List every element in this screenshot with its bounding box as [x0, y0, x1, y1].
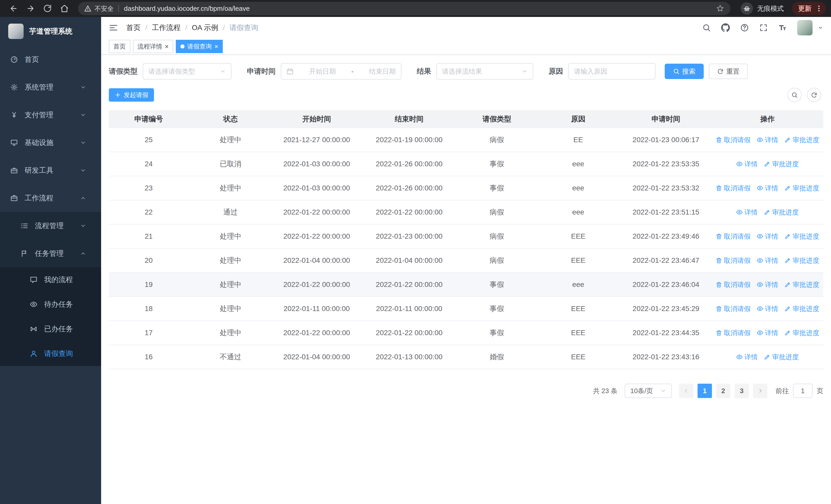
progress-link[interactable]: 审批进度 — [764, 159, 799, 169]
progress-link[interactable]: 审批进度 — [784, 328, 819, 337]
row-actions: 取消请假详情审批进度 — [712, 232, 823, 241]
page-number-3[interactable]: 3 — [735, 384, 749, 398]
detail-link[interactable]: 详情 — [756, 136, 778, 145]
detail-link[interactable]: 详情 — [756, 280, 778, 289]
progress-link[interactable]: 审批进度 — [784, 232, 819, 241]
tab-leave-query[interactable]: 请假查询× — [176, 40, 223, 53]
detail-link[interactable]: 详情 — [736, 208, 757, 217]
sidebar-toggle-icon[interactable] — [109, 23, 118, 32]
app-logo[interactable]: 芋道管理系统 — [0, 17, 101, 46]
sidebar-item-process-management[interactable]: 流程管理 — [0, 212, 101, 240]
cancel-leave-link[interactable]: 取消请假 — [716, 304, 750, 313]
page-size-select[interactable]: 10条/页 — [625, 384, 672, 398]
prev-page-button[interactable] — [679, 384, 693, 398]
chevron-down-icon — [521, 68, 528, 75]
cell-apply-time: 2022-01-22 23:44:35 — [620, 321, 712, 345]
detail-link[interactable]: 详情 — [756, 256, 778, 265]
github-icon[interactable] — [721, 23, 730, 32]
progress-link[interactable]: 审批进度 — [784, 136, 819, 145]
detail-link[interactable]: 详情 — [756, 304, 778, 313]
next-page-button[interactable] — [753, 384, 767, 398]
user-menu-caret-icon[interactable] — [818, 25, 823, 31]
sidebar-item-payment-management[interactable]: 支付管理 — [0, 101, 101, 129]
sidebar-item-home[interactable]: 首页 — [0, 46, 101, 73]
browser-menu-icon[interactable] — [815, 5, 823, 12]
progress-link[interactable]: 审批进度 — [784, 184, 819, 193]
edit-icon — [764, 161, 770, 167]
browser-forward-icon[interactable] — [26, 4, 35, 13]
fullscreen-icon[interactable] — [759, 23, 768, 32]
detail-link[interactable]: 详情 — [756, 232, 778, 241]
cell-actions: 取消请假详情审批进度 — [712, 128, 823, 152]
detail-link[interactable]: 详情 — [756, 184, 778, 193]
leave-type-select[interactable]: 请选择请假类型 — [143, 63, 231, 80]
table-row: 22通过2022-01-22 00:00:002022-01-22 00:00:… — [109, 200, 823, 224]
sidebar-item-leave-query[interactable]: 请假查询 — [0, 341, 101, 366]
table-row: 20处理中2022-01-04 00:00:002022-01-04 00:00… — [109, 248, 823, 272]
sidebar-item-infrastructure[interactable]: 基础设施 — [0, 129, 101, 156]
column-header: 结束时间 — [361, 110, 458, 128]
sidebar-item-todo-tasks[interactable]: 待办任务 — [0, 292, 101, 317]
sidebar-item-task-management[interactable]: 任务管理 — [0, 240, 101, 267]
refresh-table-button[interactable] — [807, 88, 821, 102]
sidebar-item-my-process[interactable]: 我的流程 — [0, 267, 101, 292]
calendar-icon — [286, 68, 294, 75]
reason-label: 原因 — [549, 66, 563, 76]
progress-link[interactable]: 审批进度 — [784, 304, 819, 313]
sidebar-item-dev-tools[interactable]: 研发工具 — [0, 156, 101, 184]
progress-link[interactable]: 审批进度 — [764, 208, 799, 217]
browser-update-button[interactable]: 更新 — [792, 2, 826, 15]
app-title: 芋道管理系统 — [29, 26, 73, 36]
user-avatar[interactable] — [797, 20, 812, 35]
font-size-icon[interactable] — [778, 23, 787, 32]
tab-home[interactable]: 首页 — [109, 40, 131, 53]
breadcrumb-item[interactable]: 首页 — [126, 23, 141, 33]
tab-close-icon[interactable]: × — [165, 43, 169, 50]
breadcrumb-item[interactable]: OA 示例 — [192, 23, 219, 33]
browser-home-icon[interactable] — [60, 4, 69, 13]
logo-avatar — [8, 24, 24, 39]
address-bar[interactable]: 不安全 dashboard.yudao.iocoder.cn/bpm/oa/le… — [78, 2, 730, 15]
progress-link[interactable]: 审批进度 — [784, 280, 819, 289]
browser-reload-icon[interactable] — [43, 4, 52, 13]
detail-link[interactable]: 详情 — [756, 328, 778, 337]
result-select[interactable]: 请选择流结果 — [436, 63, 533, 80]
sidebar-item-system-management[interactable]: 系统管理 — [0, 73, 101, 101]
edit-icon — [784, 281, 791, 288]
cell-leave-type: 事假 — [458, 297, 536, 321]
cell-status: 处理中 — [189, 128, 273, 152]
tab-process-detail[interactable]: 流程详情× — [133, 40, 173, 53]
toggle-search-button[interactable] — [787, 88, 802, 102]
list-icon — [21, 222, 28, 230]
progress-link[interactable]: 审批进度 — [784, 256, 819, 265]
trash-icon — [716, 233, 722, 240]
apply-time-range-picker[interactable]: 开始日期 - 结束日期 — [281, 63, 401, 80]
create-leave-button[interactable]: 发起请假 — [109, 88, 154, 101]
reason-input[interactable] — [574, 67, 650, 76]
detail-link[interactable]: 详情 — [736, 159, 757, 169]
cancel-leave-link[interactable]: 取消请假 — [716, 136, 750, 145]
goto-page-input[interactable] — [793, 384, 812, 398]
breadcrumb-item[interactable]: 工作流程 — [152, 23, 181, 33]
browser-back-icon[interactable] — [9, 4, 18, 13]
column-header: 请假类型 — [458, 110, 536, 128]
sidebar-item-workflow[interactable]: 工作流程 — [0, 184, 101, 212]
detail-link[interactable]: 详情 — [736, 353, 757, 362]
cancel-leave-link[interactable]: 取消请假 — [716, 184, 750, 193]
header-search-icon[interactable] — [702, 23, 711, 32]
cancel-leave-link[interactable]: 取消请假 — [716, 256, 750, 265]
help-icon[interactable] — [740, 23, 749, 32]
sidebar-item-label: 流程管理 — [35, 221, 64, 231]
cancel-leave-link[interactable]: 取消请假 — [716, 280, 750, 289]
tab-close-icon[interactable]: × — [214, 43, 218, 50]
sidebar-item-done-tasks[interactable]: 已办任务 — [0, 317, 101, 341]
page-number-2[interactable]: 2 — [716, 384, 730, 398]
table-row: 25处理中2021-12-27 00:00:002022-01-19 00:00… — [109, 128, 823, 152]
search-button[interactable]: 搜索 — [665, 64, 704, 79]
progress-link[interactable]: 审批进度 — [764, 353, 799, 362]
bookmark-star-icon[interactable] — [716, 4, 724, 12]
reset-button[interactable]: 重置 — [709, 64, 748, 79]
cancel-leave-link[interactable]: 取消请假 — [716, 232, 750, 241]
page-number-1[interactable]: 1 — [697, 384, 712, 398]
cancel-leave-link[interactable]: 取消请假 — [716, 328, 750, 337]
